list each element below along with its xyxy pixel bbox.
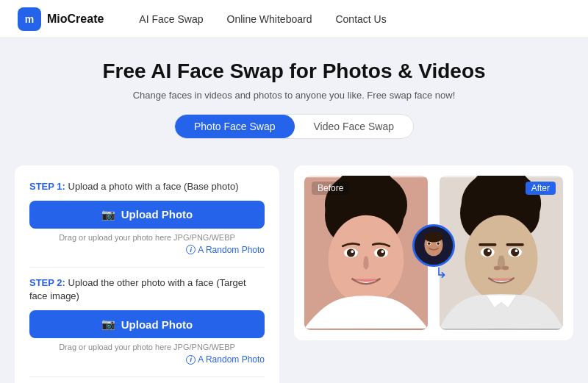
divider-2 — [29, 376, 265, 377]
logo-icon: m — [18, 7, 41, 31]
step-1-label: STEP 1: Upload a photo with a face (Base… — [29, 180, 265, 193]
svg-point-10 — [377, 248, 385, 257]
logo[interactable]: m MioCreate — [18, 7, 104, 31]
after-label: After — [526, 182, 556, 195]
random-photo-1-link[interactable]: i A Random Photo — [29, 245, 265, 255]
nav-online-whiteboard[interactable]: Online Whiteboard — [227, 13, 312, 25]
step-1-block: STEP 1: Upload a photo with a face (Base… — [29, 180, 265, 255]
hero-title: Free AI Face Swap for Photos & Videos — [12, 59, 576, 84]
svg-point-19 — [428, 242, 431, 245]
main-content: STEP 1: Upload a photo with a face (Base… — [0, 165, 588, 383]
tab-video-face-swap[interactable]: Video Face Swap — [295, 115, 413, 138]
upload-photo-2-button[interactable]: 📷 Upload Photo — [29, 310, 265, 338]
steps-panel: STEP 1: Upload a photo with a face (Base… — [15, 165, 279, 383]
step-2-num: STEP 2: — [29, 277, 65, 288]
svg-rect-28 — [478, 243, 496, 246]
hero-section: Free AI Face Swap for Photos & Videos Ch… — [0, 38, 588, 165]
svg-point-32 — [484, 248, 492, 256]
hero-subtitle: Change faces in videos and photos to any… — [12, 90, 576, 101]
step-2-label: STEP 2: Upload the other photo with a fa… — [29, 276, 265, 303]
upload-icon-2: 📷 — [101, 318, 115, 331]
after-image: After — [440, 176, 563, 330]
upload-photo-1-button[interactable]: 📷 Upload Photo — [29, 201, 265, 229]
target-face-svg — [415, 224, 453, 267]
svg-rect-29 — [506, 243, 524, 246]
before-after-container: Before — [304, 176, 563, 330]
upload-hint-1: Drag or upload your photo here JPG/PNG/W… — [29, 233, 265, 242]
after-face — [440, 176, 563, 330]
nav-contact-us[interactable]: Contact Us — [335, 13, 386, 25]
mode-tabs: Photo Face Swap Video Face Swap — [174, 114, 414, 139]
upload-hint-2: Drag or upload your photo here JPG/PNG/W… — [29, 343, 265, 351]
before-face-svg — [304, 176, 428, 330]
after-face-svg — [440, 176, 563, 330]
before-image: Before — [304, 176, 428, 330]
divider-1 — [29, 267, 265, 268]
step-1-num: STEP 1: — [29, 181, 65, 192]
svg-point-36 — [494, 265, 501, 270]
before-label: Before — [312, 182, 349, 195]
step-2-block: STEP 2: Upload the other photo with a fa… — [29, 276, 265, 365]
random-photo-2-link[interactable]: i A Random Photo — [29, 354, 265, 365]
swap-overlay: ↳ — [412, 224, 455, 282]
svg-point-12 — [381, 250, 384, 253]
upload-icon-1: 📷 — [101, 208, 115, 221]
svg-point-34 — [487, 249, 490, 252]
target-face-circle — [412, 224, 455, 267]
info-icon-2: i — [186, 355, 196, 365]
logo-text: MioCreate — [47, 12, 104, 26]
svg-point-37 — [502, 265, 509, 270]
info-icon-1: i — [186, 245, 196, 254]
tab-photo-face-swap[interactable]: Photo Face Swap — [175, 115, 295, 138]
preview-panel: Before — [294, 165, 573, 340]
svg-point-9 — [347, 248, 355, 257]
svg-point-20 — [437, 242, 440, 245]
before-face — [304, 176, 428, 330]
nav-ai-face-swap[interactable]: AI Face Swap — [139, 13, 203, 25]
navbar: m MioCreate AI Face Swap Online Whiteboa… — [0, 0, 588, 38]
svg-point-11 — [351, 250, 354, 253]
svg-point-35 — [515, 249, 518, 252]
svg-point-33 — [511, 248, 519, 256]
swap-arrow-icon: ↳ — [435, 264, 448, 282]
svg-rect-16 — [424, 234, 442, 239]
